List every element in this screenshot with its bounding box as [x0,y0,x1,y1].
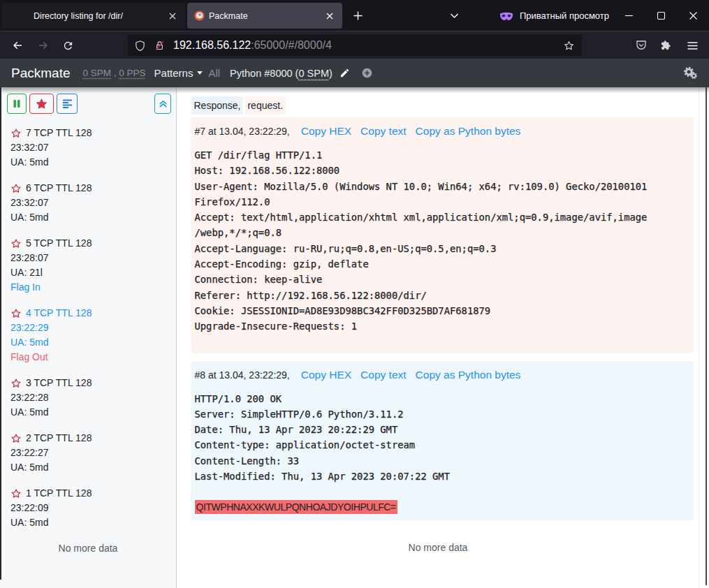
tab-directory-listing[interactable]: Directory listing for /dir/ [2,3,185,29]
stream-title: 6 TCP TTL 128 [26,181,92,196]
stream-user-agent: UA: 21l [10,265,176,280]
patterns-menu[interactable]: Patterns [154,67,203,79]
tab-close-icon[interactable] [321,8,338,24]
tab-title: Packmate [209,11,248,21]
packet-id: #7 at 13.04, 23:22:29, [195,126,290,137]
packet-card: #8 at 13.04, 23:22:29, Copy HEXCopy text… [191,361,694,521]
stream-time: 23:28:07 [10,251,176,265]
window-right-border [706,87,707,585]
stream-title: 7 TCP TTL 128 [26,126,92,140]
no-more-data-label: No more data [177,542,699,553]
browser-nav-toolbar: 192.168.56.122:65000/#/8000/4 [0,31,709,59]
stream-star-icon[interactable] [10,308,22,319]
stream-time: 23:32:07 [10,140,176,155]
streams-sidebar: 7 TCP TTL 128 23:32:07 UA: 5md 6 TCP TTL… [0,87,177,588]
chevron-double-up-icon [159,99,168,108]
packet-id: #8 at 13.04, 23:22:29, [195,369,290,381]
back-button[interactable] [6,34,29,57]
stream-user-agent: UA: 5md [10,405,176,420]
scroll-track-line [699,87,699,588]
window-controls [613,0,709,31]
insecure-lock-icon[interactable] [154,40,166,52]
packet-card: #7 at 13.04, 23:22:29, Copy HEXCopy text… [191,117,694,353]
window-maximize-button[interactable] [645,0,677,31]
pause-icon [13,99,21,108]
service-spm-counter: 0 SPM [298,68,329,79]
url-text: 192.168.56.122:65000/#/8000/4 [173,39,332,52]
stream-list-item[interactable]: 3 TCP TTL 128 23:22:28 UA: 5md [10,376,176,420]
window-minimize-button[interactable] [613,0,645,31]
service-tab[interactable]: Python #8000 (0 SPM) [230,68,332,79]
stream-time: 23:22:09 [10,501,176,515]
spm-counter: 0 SPM [82,68,111,78]
copy-link[interactable]: Copy as Python bytes [416,369,521,381]
copy-link[interactable]: Copy text [360,125,406,138]
copy-link[interactable]: Copy text [360,369,406,381]
tab-close-icon[interactable] [164,8,181,24]
stream-time: 23:22:29 [10,321,176,335]
all-services-link[interactable]: All [208,67,220,79]
stream-flag-link[interactable]: Flag Out [10,350,176,365]
brand-title[interactable]: Packmate [11,66,70,81]
stream-star-icon[interactable] [10,238,22,249]
caret-down-icon [197,71,203,75]
collapse-all-button[interactable] [154,94,171,114]
list-view-button[interactable] [57,94,78,114]
stream-time: 23:32:07 [10,196,176,210]
bookmark-star-icon[interactable] [563,40,575,52]
stream-star-icon[interactable] [10,378,22,389]
forward-button[interactable] [32,34,54,57]
stream-list-item[interactable]: 6 TCP TTL 128 23:32:07 UA: 5md [10,181,176,225]
packet-content: HTTP/1.0 200 OK Server: SimpleHTTP/0.6 P… [195,391,690,485]
stream-star-icon[interactable] [10,433,22,444]
no-more-data-label: No more data [0,543,176,554]
favorites-filter-button[interactable] [29,94,54,114]
stream-title: 1 TCP TTL 128 [26,486,92,501]
menu-hamburger-icon[interactable] [681,34,703,57]
stream-user-agent: UA: 5md [10,335,176,350]
copy-link[interactable]: Copy HEX [301,125,351,138]
stream-user-agent: UA: 5md [10,210,176,225]
tracking-shield-icon[interactable] [134,40,146,52]
private-browsing-label: Приватный просмотр [520,10,609,21]
copy-link[interactable]: Copy as Python bytes [416,125,521,138]
traffic-rates: 0 SPM , 0 PPS [82,68,145,78]
new-tab-button[interactable] [348,6,367,25]
stream-list-item[interactable]: 7 TCP TTL 128 23:32:07 UA: 5md [10,126,176,170]
stream-time: 23:22:27 [10,446,176,460]
stream-star-icon[interactable] [10,488,22,499]
stream-list-item[interactable]: 1 TCP TTL 128 23:22:09 UA: 5md [10,486,176,530]
app-content: 7 TCP TTL 128 23:32:07 UA: 5md 6 TCP TTL… [0,87,709,588]
tab-packmate[interactable]: Packmate [187,3,342,29]
edit-service-pencil-icon[interactable] [339,68,350,78]
add-service-button[interactable] [362,68,372,78]
stream-list-item[interactable]: 2 TCP TTL 128 23:22:27 UA: 5md [10,431,176,475]
pause-capture-button[interactable] [7,94,27,114]
window-left-border [0,87,1,580]
streams-toolbar [0,94,176,114]
copy-link[interactable]: Copy HEX [301,369,351,381]
packet-panel: Response,request. #7 at 13.04, 23:22:29,… [177,87,699,588]
packmate-favicon-icon [194,10,205,21]
reload-button[interactable] [57,34,79,57]
stream-star-icon[interactable] [10,183,22,194]
browser-tab-bar: Directory listing for /dir/ Packmate [0,0,709,31]
packmate-navbar: Packmate 0 SPM , 0 PPS Patterns All Pyth… [0,59,709,87]
tab-title: Directory listing for /dir/ [2,11,164,21]
star-icon [35,98,48,110]
extensions-puzzle-icon[interactable] [655,34,677,57]
window-close-button[interactable] [677,0,709,31]
private-mask-icon [499,8,514,23]
stream-star-icon[interactable] [10,128,22,139]
stream-title: 2 TCP TTL 128 [26,431,92,446]
stream-summary: Response,request. [191,96,699,115]
list-icon [62,99,73,109]
tab-overflow-chevron-icon[interactable] [444,6,464,25]
flag-match-highlight: QITWPHNAXXKWULPQNHOAJDYOIHPULFC= [195,500,397,514]
stream-list-item[interactable]: 5 TCP TTL 128 23:28:07 UA: 21l Flag In [10,236,176,295]
stream-flag-link[interactable]: Flag In [10,280,176,295]
stream-list-item[interactable]: 4 TCP TTL 128 23:22:29 UA: 5md Flag Out [10,306,176,365]
pocket-icon[interactable] [630,34,652,57]
url-bar[interactable]: 192.168.56.122:65000/#/8000/4 [128,35,582,56]
settings-gears-icon[interactable] [683,66,698,80]
